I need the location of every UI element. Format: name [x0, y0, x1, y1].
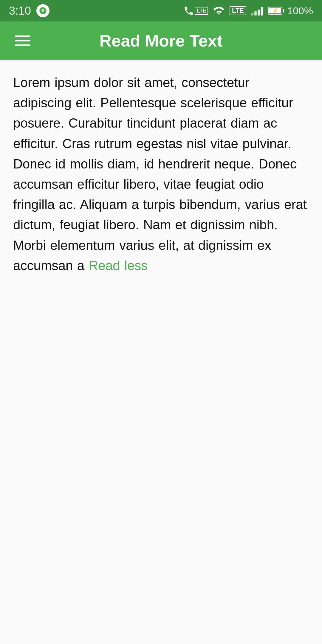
read-less-link[interactable]: Read less: [89, 258, 148, 273]
hamburger-line-1: [15, 35, 30, 37]
hamburger-menu-button[interactable]: [12, 32, 33, 49]
battery-icon: ⚡: [268, 7, 282, 15]
status-bar-right: LTE LTE ⚡ 100%: [183, 5, 313, 17]
status-bar: 3:10 LTE LTE: [0, 0, 322, 21]
article-text: Lorem ipsum dolor sit amet, consectetur …: [13, 72, 309, 276]
hamburger-line-2: [15, 40, 30, 41]
signal-bars-icon: [251, 6, 263, 16]
status-time: 3:10: [9, 4, 31, 17]
wifi-icon: [213, 6, 225, 16]
battery-percent: 100%: [287, 5, 313, 17]
phone-lte-icon: LTE: [183, 5, 208, 16]
status-bar-left: 3:10: [9, 4, 49, 17]
article-text-content: Lorem ipsum dolor sit amet, consectetur …: [13, 75, 307, 273]
content-area: Lorem ipsum dolor sit amet, consectetur …: [0, 61, 322, 644]
hamburger-line-3: [15, 44, 30, 46]
app-bar-title: Read More Text: [100, 31, 223, 50]
pandora-icon: [36, 4, 49, 17]
lte-text-badge: LTE: [230, 6, 246, 15]
app-bar: Read More Text: [0, 21, 322, 60]
